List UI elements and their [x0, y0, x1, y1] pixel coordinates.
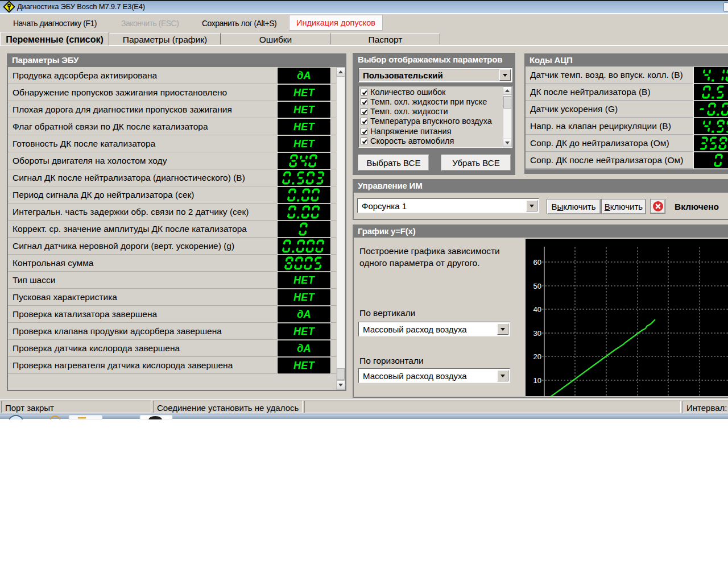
svg-text:60: 60: [533, 258, 541, 267]
svg-text:40: 40: [533, 305, 541, 314]
svg-text:10: 10: [533, 376, 541, 385]
svg-text:50: 50: [533, 282, 541, 290]
svg-text:30: 30: [533, 329, 541, 338]
svg-text:20: 20: [533, 352, 541, 361]
